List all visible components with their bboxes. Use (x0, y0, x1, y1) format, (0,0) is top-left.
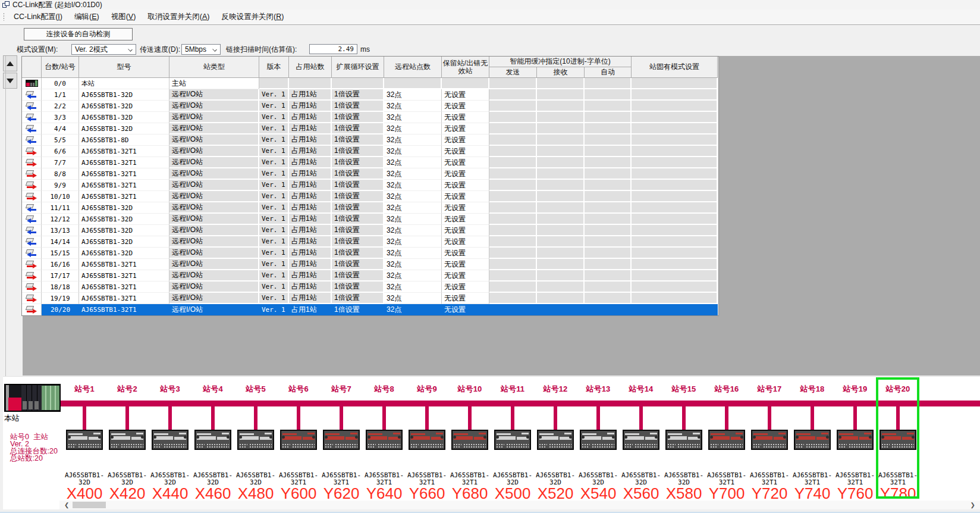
station-type-icon-cell[interactable] (22, 101, 42, 112)
cell-station-no[interactable]: 6/6 (42, 146, 79, 157)
station-type-icon-cell[interactable] (22, 191, 42, 202)
cell-version[interactable]: Ver. 1 (259, 134, 289, 146)
cell-station-type[interactable]: 远程I/O站 (169, 134, 259, 146)
remote-device-icon[interactable] (837, 430, 874, 450)
cell-model[interactable]: AJ65SBTB1-32T1 (79, 168, 169, 180)
cell-occupied[interactable]: 占用1站 (289, 123, 332, 134)
cell-receive[interactable] (537, 157, 585, 168)
cell-receive[interactable] (537, 191, 585, 202)
cell-cyclic[interactable]: 1倍设置 (332, 236, 384, 248)
station-type-icon-cell[interactable] (22, 89, 42, 101)
cell-mode[interactable] (632, 214, 718, 225)
cell-receive[interactable] (537, 134, 585, 146)
cell-auto[interactable] (585, 168, 632, 180)
cell-auto[interactable] (585, 281, 632, 293)
cell-occupied[interactable]: 占用1站 (289, 202, 332, 214)
cell-mode[interactable] (632, 157, 718, 168)
cell-version[interactable]: Ver. 1 (259, 89, 289, 101)
cell-auto[interactable] (585, 214, 632, 225)
cell-station-type[interactable]: 主站 (169, 78, 259, 89)
cell-points[interactable] (384, 78, 442, 89)
cell-send[interactable] (489, 259, 537, 270)
remote-device-icon[interactable] (708, 430, 745, 450)
table-row[interactable]: 0/0本站主站 (22, 78, 718, 89)
cell-reserve[interactable]: 无设置 (442, 248, 489, 259)
remote-device-icon[interactable] (665, 430, 702, 450)
cell-send[interactable] (489, 180, 537, 191)
table-row[interactable]: 7/7AJ65SBTB1-32T1远程I/O站Ver. 1占用1站1倍设置32点… (22, 157, 718, 168)
cell-station-type[interactable]: 远程I/O站 (169, 202, 259, 214)
cell-mode[interactable] (632, 146, 718, 157)
cell-send[interactable] (489, 202, 537, 214)
cell-points[interactable]: 32点 (384, 259, 442, 270)
cell-version[interactable]: Ver. 1 (259, 248, 289, 259)
remote-device-icon[interactable] (494, 430, 531, 450)
cell-station-no[interactable]: 8/8 (42, 168, 79, 180)
cell-model[interactable]: AJ65SBTB1-32T1 (79, 146, 169, 157)
station-type-icon-cell[interactable] (22, 123, 42, 134)
cell-mode[interactable] (632, 236, 718, 248)
cell-occupied[interactable]: 占用1站 (289, 259, 332, 270)
cell-model[interactable]: AJ65SBTB1-32D (79, 112, 169, 123)
cell-receive[interactable] (537, 236, 585, 248)
cell-points[interactable]: 32点 (384, 214, 442, 225)
cell-version[interactable]: Ver. 1 (259, 146, 289, 157)
cell-model[interactable]: AJ65SBTB1-32D (79, 248, 169, 259)
cell-send[interactable] (489, 270, 537, 281)
remote-device-icon[interactable] (409, 430, 445, 450)
cell-receive[interactable] (537, 202, 585, 214)
cell-points[interactable]: 32点 (384, 180, 442, 191)
cell-occupied[interactable]: 占用1站 (289, 225, 332, 236)
station-type-icon-cell[interactable] (22, 304, 42, 315)
cell-model[interactable]: AJ65SBTB1-32D (79, 202, 169, 214)
cell-send[interactable] (489, 112, 537, 123)
scrollbar-thumb[interactable] (73, 502, 106, 508)
cell-model[interactable]: AJ65SBTB1-32D (79, 101, 169, 112)
cell-cyclic[interactable]: 1倍设置 (332, 248, 384, 259)
cell-occupied[interactable]: 占用1站 (289, 270, 332, 281)
cell-occupied[interactable]: 占用1站 (289, 101, 332, 112)
cell-reserve[interactable]: 无设置 (442, 134, 489, 146)
table-row[interactable]: 3/3AJ65SBTB1-32D远程I/O站Ver. 1占用1站1倍设置32点无… (22, 112, 718, 123)
cell-receive[interactable] (537, 123, 585, 134)
cell-send[interactable] (489, 281, 537, 293)
remote-device-icon[interactable] (580, 430, 617, 450)
cell-send[interactable] (489, 225, 537, 236)
cell-reserve[interactable]: 无设置 (442, 146, 489, 157)
cell-cyclic[interactable]: 1倍设置 (332, 157, 384, 168)
cell-points[interactable]: 32点 (384, 248, 442, 259)
cell-points[interactable]: 32点 (384, 281, 442, 293)
cell-points[interactable]: 32点 (384, 112, 442, 123)
cell-send[interactable] (489, 304, 537, 315)
menu-item-4[interactable]: 取消设置并关闭(A) (142, 12, 215, 22)
cell-send[interactable] (489, 157, 537, 168)
cell-mode[interactable] (632, 89, 718, 101)
cell-station-no[interactable]: 11/11 (42, 202, 79, 214)
table-row[interactable]: 11/11AJ65SBTB1-32D远程I/O站Ver. 1占用1站1倍设置32… (22, 202, 718, 214)
table-row[interactable]: 15/15AJ65SBTB1-32D远程I/O站Ver. 1占用1站1倍设置32… (22, 248, 718, 259)
cell-station-type[interactable]: 远程I/O站 (169, 236, 259, 248)
remote-device-icon[interactable] (794, 430, 831, 450)
table-row[interactable]: 9/9AJ65SBTB1-32T1远程I/O站Ver. 1占用1站1倍设置32点… (22, 180, 718, 191)
cell-reserve[interactable] (442, 78, 489, 89)
cell-station-no[interactable]: 12/12 (42, 214, 79, 225)
cell-station-type[interactable]: 远程I/O站 (169, 281, 259, 293)
cell-send[interactable] (489, 134, 537, 146)
cell-auto[interactable] (585, 225, 632, 236)
cell-cyclic[interactable]: 1倍设置 (332, 168, 384, 180)
cell-auto[interactable] (585, 134, 632, 146)
scroll-left-icon[interactable]: ❮ (64, 502, 69, 508)
cell-cyclic[interactable]: 1倍设置 (332, 259, 384, 270)
cell-cyclic[interactable]: 1倍设置 (332, 281, 384, 293)
cell-version[interactable]: Ver. 1 (259, 101, 289, 112)
cell-occupied[interactable]: 占用1站 (289, 89, 332, 101)
cell-version[interactable]: Ver. 1 (259, 281, 289, 293)
cell-version[interactable]: Ver. 1 (259, 191, 289, 202)
table-row[interactable]: 19/19AJ65SBTB1-32T1远程I/O站Ver. 1占用1站1倍设置3… (22, 293, 718, 304)
menu-item-2[interactable]: 编辑(E) (68, 12, 105, 22)
cell-send[interactable] (489, 191, 537, 202)
cell-receive[interactable] (537, 281, 585, 293)
cell-points[interactable]: 32点 (384, 157, 442, 168)
cell-reserve[interactable]: 无设置 (442, 180, 489, 191)
station-type-icon-cell[interactable] (22, 259, 42, 270)
